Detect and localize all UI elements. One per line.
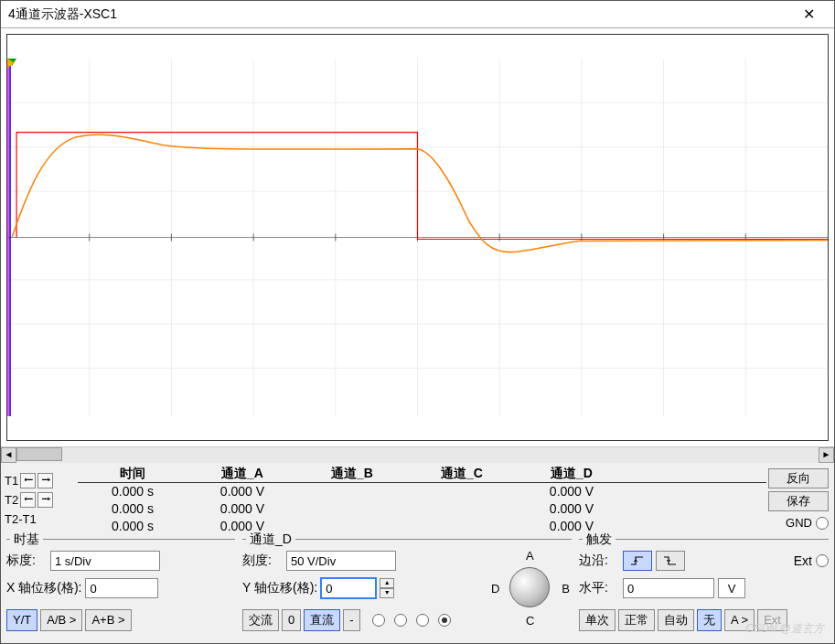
reverse-button[interactable]: 反向 [768,468,829,488]
level-label: 水平: [579,580,619,596]
waveform-svg [7,35,828,440]
falling-edge-button[interactable] [656,551,685,571]
t1-a: 0.000 V [187,483,297,500]
gnd-radio[interactable] [816,517,829,530]
t2-a: 0.000 V [187,500,297,518]
xpos-label: X 轴位移(格): [6,580,81,596]
ext-radio[interactable] [816,554,829,567]
chan-b-radio[interactable] [394,614,407,627]
t2-c [407,500,517,518]
ab-mode-button[interactable]: A/B > [40,609,82,631]
dial-b-label: B [562,582,570,596]
minus-coupling-button[interactable]: - [343,609,359,631]
t2-b [297,500,407,518]
dt-c [407,518,517,535]
channel-scale-input[interactable] [286,551,396,571]
t2-left-button[interactable]: 🠔 [20,492,36,508]
oscilloscope-display[interactable] [6,34,829,441]
rising-edge-icon [630,555,645,566]
dial-d-label: D [491,582,499,596]
close-icon[interactable]: ✕ [790,5,827,23]
falling-edge-icon [663,555,678,566]
chan-d-radio[interactable] [438,614,451,627]
dial-c-label: C [526,614,534,628]
ext-label: Ext [794,553,812,568]
dial-knob[interactable] [509,567,550,607]
t1-left-button[interactable]: 🠔 [20,473,36,488]
auto-mode-button[interactable]: 自动 [658,609,694,631]
trigger-title: 触发 [583,531,616,548]
col-chc: 通道_C [407,465,517,482]
t1-time: 0.000 s [78,483,187,500]
t1-right-button[interactable]: 🠖 [37,473,53,488]
ypos-down-button[interactable]: ▼ [380,588,394,598]
aplusb-mode-button[interactable]: A+B > [85,609,131,631]
none-mode-button[interactable]: 无 [697,609,722,631]
col-cha: 通道_A [187,465,297,482]
save-button[interactable]: 保存 [768,491,829,511]
edge-label: 边沿: [579,553,619,569]
chan-c-radio[interactable] [416,614,429,627]
trigger-level-unit[interactable] [718,578,745,598]
t1-c [407,483,517,500]
dc-coupling-button[interactable]: 直流 [304,609,340,631]
horizontal-scrollbar[interactable]: ◄ ► [1,446,834,462]
col-chd: 通道_D [517,465,626,482]
xpos-input[interactable] [85,578,158,598]
channel-title: 通道_D [246,531,295,548]
ch-scale-label: 刻度: [242,553,283,569]
yt-mode-button[interactable]: Y/T [6,609,37,631]
scale-label: 标度: [6,553,47,569]
t2-time: 0.000 s [78,500,187,518]
channel-dial[interactable]: A B C D [489,547,572,629]
normal-mode-button[interactable]: 正常 [618,609,655,631]
dt-b [297,518,407,535]
t1-b [297,483,407,500]
col-chb: 通道_B [297,465,407,482]
t2-label: T2 [5,493,18,507]
col-time: 时间 [78,465,187,482]
t2-d: 0.000 V [517,500,626,518]
t1-d: 0.000 V [517,483,626,500]
t1-label: T1 [5,474,18,488]
ypos-input[interactable] [321,578,376,598]
measurement-table: 时间 通道_A 通道_B 通道_C 通道_D 0.000 s 0.000 V 0… [78,465,766,535]
ypos-up-button[interactable]: ▲ [380,578,394,588]
scroll-left-button[interactable]: ◄ [1,447,16,463]
ac-coupling-button[interactable]: 交流 [242,609,279,631]
zero-coupling-button[interactable]: 0 [282,609,301,631]
scroll-track[interactable] [16,447,819,463]
gnd-label: GND [786,516,812,530]
scroll-right-button[interactable]: ► [819,447,834,463]
titlebar: 4通道示波器-XSC1 ✕ [1,1,834,28]
watermark: CSDN @道玄方 [745,621,824,637]
chan-a-radio[interactable] [372,614,385,627]
window-title: 4通道示波器-XSC1 [8,6,790,23]
trigger-level-input[interactable] [623,578,714,598]
t2-right-button[interactable]: 🠖 [37,492,53,508]
dial-a-label: A [526,549,534,563]
timebase-scale-input[interactable] [50,551,160,571]
dt-time: 0.000 s [78,518,187,535]
t2t1-label: T2-T1 [5,512,37,526]
scroll-thumb[interactable] [16,447,62,461]
timebase-title: 时基 [10,531,43,548]
rising-edge-button[interactable] [623,551,652,571]
ypos-label: Y 轴位移(格): [242,580,317,596]
single-mode-button[interactable]: 单次 [579,609,616,631]
